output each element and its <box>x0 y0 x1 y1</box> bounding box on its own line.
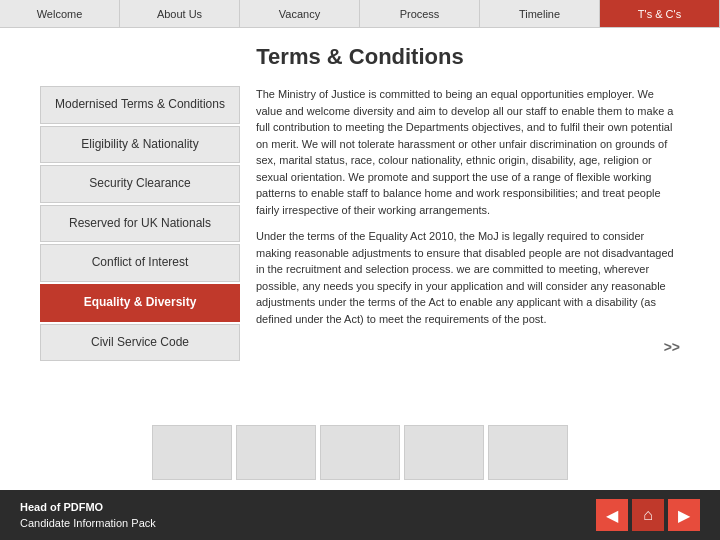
sidebar-item-modernised-terms[interactable]: Modernised Terms & Conditions <box>40 86 240 124</box>
back-icon: ◀ <box>606 506 618 525</box>
home-icon: ⌂ <box>643 506 653 524</box>
thumbnail-row <box>40 425 680 480</box>
content-paragraph-1: The Ministry of Justice is committed to … <box>256 86 680 218</box>
thumbnail-4 <box>404 425 484 480</box>
content-paragraph-2: Under the terms of the Equality Act 2010… <box>256 228 680 327</box>
sidebar-item-reserved-uk[interactable]: Reserved for UK Nationals <box>40 205 240 243</box>
nav-bar: Welcome About Us Vacancy Process Timelin… <box>0 0 720 28</box>
nav-about-us[interactable]: About Us <box>120 0 240 27</box>
sidebar-item-equality[interactable]: Equality & Diversity <box>40 284 240 322</box>
bottom-title-line2: Candidate Information Pack <box>20 515 156 532</box>
sidebar-item-eligibility[interactable]: Eligibility & Nationality <box>40 126 240 164</box>
bottom-nav-buttons: ◀ ⌂ ▶ <box>596 499 700 531</box>
back-button[interactable]: ◀ <box>596 499 628 531</box>
page-title: Terms & Conditions <box>40 44 680 70</box>
nav-process[interactable]: Process <box>360 0 480 27</box>
next-arrow[interactable]: >> <box>664 337 680 358</box>
nav-timeline[interactable]: Timeline <box>480 0 600 27</box>
forward-button[interactable]: ▶ <box>668 499 700 531</box>
sidebar-item-conflict[interactable]: Conflict of Interest <box>40 244 240 282</box>
sidebar: Modernised Terms & Conditions Eligibilit… <box>40 86 240 419</box>
bottom-title: Head of PDFMO Candidate Information Pack <box>20 499 156 532</box>
nav-vacancy[interactable]: Vacancy <box>240 0 360 27</box>
sidebar-item-civil-service[interactable]: Civil Service Code <box>40 324 240 362</box>
thumbnail-1 <box>152 425 232 480</box>
bottom-title-line1: Head of PDFMO <box>20 499 156 516</box>
bottom-bar: Head of PDFMO Candidate Information Pack… <box>0 490 720 540</box>
home-button[interactable]: ⌂ <box>632 499 664 531</box>
thumbnail-3 <box>320 425 400 480</box>
content-area: Modernised Terms & Conditions Eligibilit… <box>40 86 680 419</box>
thumbnail-2 <box>236 425 316 480</box>
nav-arrows: >> <box>256 337 680 358</box>
nav-welcome[interactable]: Welcome <box>0 0 120 27</box>
main-content: Terms & Conditions Modernised Terms & Co… <box>0 28 720 490</box>
thumbnail-5 <box>488 425 568 480</box>
forward-icon: ▶ <box>678 506 690 525</box>
sidebar-item-security-clearance[interactable]: Security Clearance <box>40 165 240 203</box>
text-content: The Ministry of Justice is committed to … <box>256 86 680 419</box>
nav-tcs[interactable]: T's & C's <box>600 0 720 27</box>
